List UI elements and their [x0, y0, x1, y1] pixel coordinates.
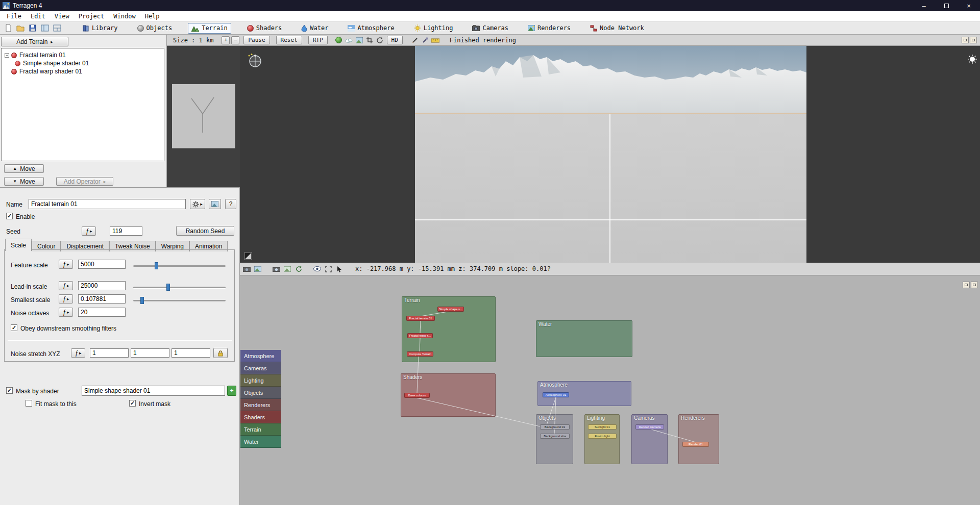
tree-item-simple-shape[interactable]: Simple shape shader 01: [2, 59, 164, 67]
toolbar-objects-button[interactable]: Objects: [134, 23, 176, 34]
node-fractal-terrain[interactable]: Fractal terrain 01: [406, 316, 435, 321]
tree-item-fractal-terrain[interactable]: − Fractal terrain 01: [2, 51, 164, 59]
save-project-button[interactable]: [27, 23, 39, 34]
new-project-button[interactable]: [2, 23, 14, 34]
noise-stretch-function-button[interactable]: ƒ▸: [71, 348, 85, 358]
network-maximize-button[interactable]: [971, 282, 978, 288]
render-viewport[interactable]: [240, 46, 980, 263]
minimize-button[interactable]: –: [913, 0, 935, 11]
shader-preview-thumbnail[interactable]: [172, 84, 235, 148]
seed-input[interactable]: [110, 226, 142, 236]
zoom-in-button[interactable]: +: [222, 36, 230, 44]
mask-by-shader-checkbox[interactable]: ✓: [6, 387, 13, 394]
reset-button[interactable]: Reset: [276, 36, 302, 44]
toolbar-lighting-button[interactable]: Lighting: [410, 23, 457, 34]
gradient-corner-icon[interactable]: [244, 252, 252, 260]
feature-scale-input[interactable]: [78, 260, 126, 269]
smallest-scale-slider-handle[interactable]: [140, 297, 144, 304]
network-category-terrain[interactable]: Terrain: [240, 423, 281, 436]
node-fractal-warp-shader[interactable]: Fractal warp s...: [407, 333, 433, 338]
pause-button[interactable]: Pause: [243, 36, 270, 44]
title-bar[interactable]: Terragen 4 – ×: [0, 0, 980, 11]
tree-item-fractal-warp[interactable]: Fractal warp shader 01: [2, 67, 164, 75]
lead-in-scale-function-button[interactable]: ƒ▸: [59, 281, 73, 290]
noise-stretch-x-input[interactable]: [90, 348, 129, 358]
move-down-button[interactable]: ▼ Move: [4, 177, 44, 186]
toolbar-shaders-button[interactable]: Shaders: [243, 23, 286, 34]
group-lighting[interactable]: Lighting: [584, 414, 620, 464]
node-options-button[interactable]: ▸: [190, 199, 205, 209]
lead-in-scale-slider-handle[interactable]: [166, 284, 170, 291]
close-button[interactable]: ×: [958, 0, 980, 11]
menu-edit[interactable]: Edit: [26, 11, 50, 21]
crop-region-button[interactable]: [365, 36, 374, 44]
rtp-button[interactable]: RTP: [308, 36, 328, 44]
sun-position-widget[interactable]: [967, 54, 977, 64]
network-detach-button[interactable]: [963, 282, 970, 288]
group-cameras[interactable]: Cameras: [631, 414, 668, 464]
obey-smoothing-checkbox[interactable]: ✓: [11, 324, 17, 331]
toolbar-water-button[interactable]: Water: [298, 23, 332, 34]
navigation-gizmo[interactable]: [247, 53, 262, 68]
toolbar-cameras-button[interactable]: Cameras: [469, 23, 512, 34]
noise-stretch-z-input[interactable]: [172, 348, 210, 358]
toolbar-renderers-button[interactable]: Renderers: [524, 23, 574, 34]
toolbar-node-network-button[interactable]: Node Network: [586, 23, 648, 34]
network-category-renderers[interactable]: Renderers: [240, 399, 281, 411]
maximize-button[interactable]: [935, 0, 958, 11]
menu-project[interactable]: Project: [74, 11, 109, 21]
add-operator-button[interactable]: Add Operator ▸: [56, 177, 113, 186]
lead-in-scale-input[interactable]: [78, 281, 126, 290]
group-renderers[interactable]: Renderers: [678, 414, 719, 464]
feature-scale-function-button[interactable]: ƒ▸: [59, 260, 73, 269]
fit-mask-checkbox[interactable]: [26, 400, 32, 407]
lock-ratio-button[interactable]: [213, 348, 228, 358]
lead-in-scale-slider[interactable]: [133, 287, 226, 288]
toolbar-library-button[interactable]: Library: [79, 23, 121, 34]
pointer-tool-button[interactable]: [335, 264, 344, 273]
camera-view-button[interactable]: [242, 264, 251, 273]
zoom-out-button[interactable]: −: [231, 36, 239, 44]
texture-toggle-button[interactable]: [355, 36, 363, 44]
add-terrain-button[interactable]: Add Terrain ▸: [1, 37, 68, 46]
tab-scale[interactable]: Scale: [5, 239, 32, 251]
open-project-button[interactable]: [14, 23, 27, 34]
smallest-scale-function-button[interactable]: ƒ▸: [59, 294, 73, 304]
node-enviro-light[interactable]: Enviro light: [588, 434, 617, 439]
move-up-button[interactable]: ▲ Move: [4, 164, 44, 173]
noise-stretch-y-input[interactable]: [131, 348, 169, 358]
viewport-detach-button[interactable]: [962, 37, 969, 43]
network-category-water[interactable]: Water: [240, 436, 281, 448]
seed-function-button[interactable]: ƒ▸: [82, 226, 96, 236]
node-background[interactable]: Background 01: [540, 424, 570, 430]
camera-render-button[interactable]: [272, 264, 281, 273]
preview-image-button[interactable]: [209, 199, 221, 209]
name-input[interactable]: [29, 199, 186, 209]
node-compute-terrain[interactable]: Compute Terrain: [407, 351, 433, 357]
frame-region-button[interactable]: [324, 264, 333, 273]
invert-mask-checkbox[interactable]: ✓: [129, 400, 136, 407]
layout-alt-button[interactable]: [51, 23, 63, 34]
hd-button[interactable]: HD: [387, 36, 403, 44]
snapshot-button[interactable]: [283, 264, 292, 273]
noise-octaves-input[interactable]: [78, 308, 126, 317]
refresh-view-button[interactable]: [294, 264, 303, 273]
group-water[interactable]: Water: [536, 320, 632, 357]
collapse-icon[interactable]: −: [5, 53, 9, 58]
network-category-lighting[interactable]: Lighting: [240, 374, 281, 387]
group-objects[interactable]: Objects: [536, 414, 573, 464]
enable-checkbox[interactable]: ✓: [6, 213, 13, 219]
node-simple-shape-shader[interactable]: Simple shape s...: [437, 307, 464, 312]
feature-scale-slider-handle[interactable]: [155, 262, 158, 269]
render-view-button[interactable]: [253, 264, 262, 273]
toolbar-terrain-button[interactable]: Terrain: [188, 23, 231, 34]
random-seed-button[interactable]: Random Seed: [176, 226, 234, 236]
node-render-camera[interactable]: Render Camera: [635, 424, 664, 430]
noise-octaves-function-button[interactable]: ƒ▸: [59, 308, 73, 317]
smallest-scale-slider[interactable]: [133, 300, 226, 301]
node-network-view[interactable]: Terrain Water Shaders Atmosphere Objects…: [240, 275, 980, 505]
picker-tool-button[interactable]: [421, 36, 429, 44]
layout-default-button[interactable]: [39, 23, 51, 34]
viewport-maximize-button[interactable]: [970, 37, 977, 43]
menu-window[interactable]: Window: [109, 11, 140, 21]
